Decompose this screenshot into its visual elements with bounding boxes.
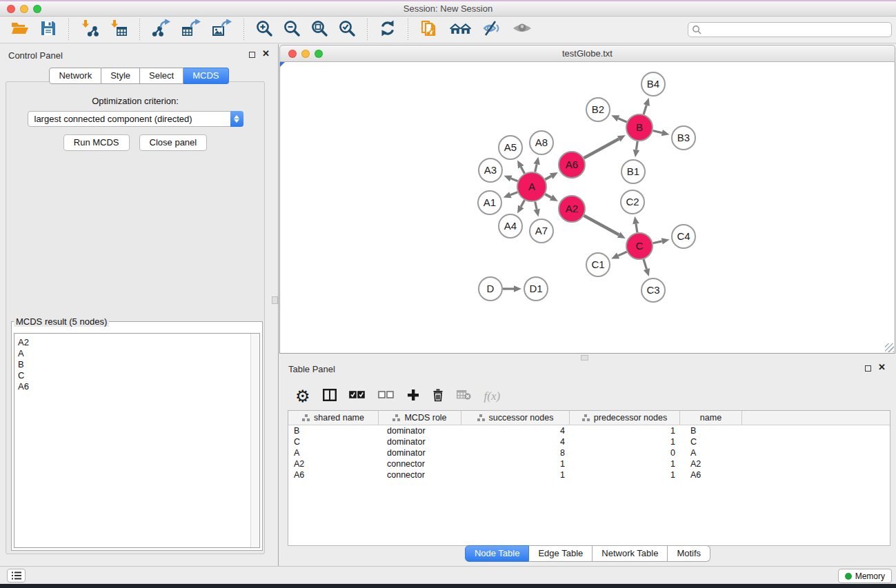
show-column-button[interactable] bbox=[317, 384, 343, 409]
graph-edge-A-A4[interactable] bbox=[517, 200, 524, 213]
graph-node-A6[interactable]: A6 bbox=[559, 152, 585, 178]
zoom-in-button[interactable] bbox=[250, 17, 278, 42]
graph-node-A1[interactable]: A1 bbox=[478, 191, 501, 214]
graph-edge-A-A8[interactable] bbox=[533, 157, 539, 172]
graph-node-B1[interactable]: B1 bbox=[621, 160, 645, 183]
add-row-button[interactable] bbox=[401, 384, 426, 409]
delete-row-button[interactable] bbox=[426, 384, 450, 409]
graph-node-C[interactable]: C bbox=[626, 233, 653, 259]
tab-mcds[interactable]: MCDS bbox=[183, 68, 228, 84]
graph-edge-A6-B[interactable] bbox=[584, 135, 626, 158]
graph-node-A7[interactable]: A7 bbox=[530, 219, 553, 243]
close-panel-button[interactable]: Close panel bbox=[139, 134, 208, 151]
graph-node-A5[interactable]: A5 bbox=[499, 136, 522, 159]
float-panel-icon[interactable] bbox=[249, 52, 255, 58]
close-table-panel-icon[interactable]: ✕ bbox=[878, 362, 886, 373]
graph-edge-B-B4[interactable] bbox=[644, 98, 650, 114]
first-neighbors-button[interactable] bbox=[444, 17, 477, 42]
column-header-predecessor-nodes[interactable]: predecessor nodes bbox=[570, 411, 680, 425]
minimize-network-button[interactable] bbox=[301, 50, 310, 58]
graph-edge-C-C2[interactable] bbox=[633, 216, 639, 232]
delete-table-button[interactable] bbox=[450, 384, 478, 409]
graph-edge-A-A6[interactable] bbox=[545, 172, 558, 179]
graph-node-C2[interactable]: C2 bbox=[621, 190, 644, 214]
close-window-button[interactable] bbox=[7, 5, 15, 13]
save-session-button[interactable] bbox=[34, 17, 62, 42]
close-network-button[interactable] bbox=[288, 50, 297, 58]
table-row[interactable]: A6connector11A6 bbox=[288, 469, 890, 480]
graph-node-B4[interactable]: B4 bbox=[641, 72, 665, 96]
graph-edge-B-B3[interactable] bbox=[653, 130, 669, 136]
minimize-window-button[interactable] bbox=[20, 5, 28, 13]
export-image-button[interactable] bbox=[207, 17, 237, 42]
column-header-MCDS-role[interactable]: MCDS role bbox=[379, 411, 461, 425]
graph-node-A2[interactable]: A2 bbox=[559, 196, 585, 222]
optimization-criterion-select[interactable]: largest connected component (directed) bbox=[28, 111, 243, 127]
zoom-window-button[interactable] bbox=[33, 5, 41, 13]
graph-edge-A-A2[interactable] bbox=[545, 194, 558, 201]
graph-edge-C-C1[interactable] bbox=[611, 252, 627, 258]
mcds-result-item[interactable]: A bbox=[14, 348, 259, 359]
tab-select[interactable]: Select bbox=[140, 68, 183, 84]
graph-node-B2[interactable]: B2 bbox=[586, 98, 610, 121]
tab-network-table[interactable]: Network Table bbox=[593, 545, 668, 562]
tab-style[interactable]: Style bbox=[101, 68, 140, 84]
graph-edge-A2-C[interactable] bbox=[584, 216, 626, 239]
table-row[interactable]: A2connector11A2 bbox=[288, 458, 890, 469]
export-network-button[interactable] bbox=[146, 17, 177, 42]
graph-edge-B-B2[interactable] bbox=[611, 115, 626, 122]
show-panels-button[interactable] bbox=[7, 569, 26, 582]
column-header-shared-name[interactable]: shared name bbox=[288, 411, 379, 425]
zoom-network-button[interactable] bbox=[315, 50, 323, 58]
memory-button[interactable]: Memory bbox=[838, 569, 892, 583]
tab-motifs[interactable]: Motifs bbox=[668, 545, 710, 562]
zoom-out-button[interactable] bbox=[278, 17, 306, 42]
column-header-name[interactable]: name bbox=[680, 411, 742, 425]
hide-graphics-details-button[interactable] bbox=[477, 17, 507, 42]
float-table-panel-icon[interactable] bbox=[865, 365, 871, 372]
refresh-button[interactable] bbox=[374, 17, 401, 42]
column-header-successor-nodes[interactable]: successor nodes bbox=[461, 411, 570, 425]
graph-edge-C-C3[interactable] bbox=[644, 259, 650, 276]
graph-node-A4[interactable]: A4 bbox=[499, 214, 522, 238]
graph-node-A8[interactable]: A8 bbox=[530, 131, 553, 154]
export-table-button[interactable] bbox=[177, 17, 207, 42]
graph-node-B3[interactable]: B3 bbox=[672, 126, 695, 150]
table-row[interactable]: Adominator80A bbox=[288, 447, 890, 458]
graph-edge-A-A1[interactable] bbox=[504, 192, 518, 198]
import-network-button[interactable] bbox=[75, 17, 104, 42]
resize-grip-icon[interactable] bbox=[885, 343, 894, 352]
graph-edge-C-C4[interactable] bbox=[653, 238, 670, 244]
run-mcds-button[interactable]: Run MCDS bbox=[63, 134, 130, 151]
graph-node-C3[interactable]: C3 bbox=[641, 278, 665, 302]
graph-node-D[interactable]: D bbox=[479, 277, 502, 301]
graph-node-C4[interactable]: C4 bbox=[672, 225, 695, 248]
zoom-fit-button[interactable] bbox=[306, 17, 333, 42]
graph-node-A[interactable]: A bbox=[517, 172, 546, 201]
table-row[interactable]: Cdominator41C bbox=[288, 436, 890, 447]
graph-edge-A-A5[interactable] bbox=[517, 160, 524, 173]
function-builder-button[interactable]: f(x) bbox=[478, 384, 507, 409]
mcds-result-item[interactable]: C bbox=[14, 370, 259, 381]
graph-edge-A-A3[interactable] bbox=[504, 175, 517, 181]
mcds-result-scrollbar[interactable] bbox=[250, 334, 259, 547]
mcds-result-item[interactable]: A2 bbox=[14, 337, 259, 348]
search-input[interactable] bbox=[701, 24, 888, 36]
tab-network[interactable]: Network bbox=[49, 68, 101, 84]
close-panel-icon[interactable]: ✕ bbox=[262, 48, 270, 59]
graph-node-C1[interactable]: C1 bbox=[586, 253, 610, 276]
graph-node-A3[interactable]: A3 bbox=[479, 159, 502, 182]
graph-edge-B-B1[interactable] bbox=[633, 141, 640, 157]
tab-edge-table[interactable]: Edge Table bbox=[529, 545, 593, 562]
graph-edge-A-A7[interactable] bbox=[533, 201, 539, 216]
mcds-result-item[interactable]: B bbox=[14, 359, 259, 370]
settings-gear-button[interactable]: ⚙ bbox=[289, 384, 317, 409]
show-graphics-details-button[interactable] bbox=[507, 17, 539, 42]
clone-network-button[interactable] bbox=[415, 17, 444, 42]
select-all-button[interactable] bbox=[343, 384, 372, 409]
graph-edge-D-D1[interactable] bbox=[503, 285, 521, 292]
vertical-splitter-grip[interactable] bbox=[272, 296, 278, 304]
graph-node-D1[interactable]: D1 bbox=[524, 277, 548, 301]
graph-node-B[interactable]: B bbox=[626, 114, 653, 141]
table-row[interactable]: Bdominator41B bbox=[288, 425, 890, 436]
